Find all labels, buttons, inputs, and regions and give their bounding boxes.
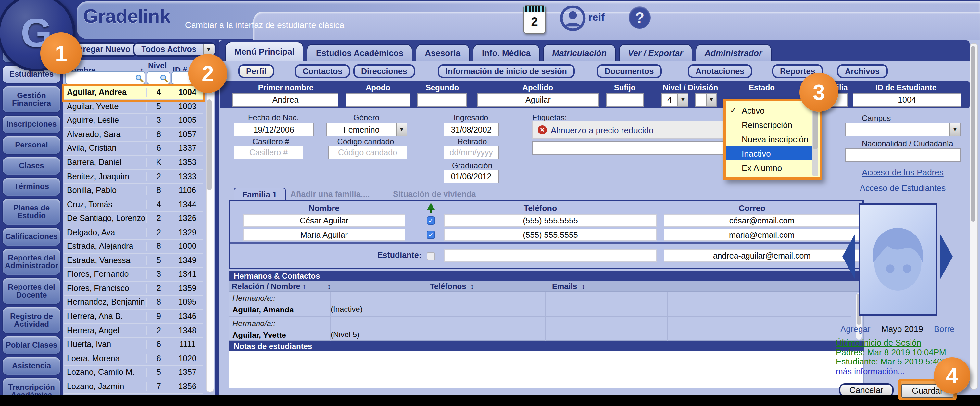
- sidebar-item-gestio-n-financiera[interactable]: Gestión Financiera: [2, 86, 61, 113]
- table-row[interactable]: Flores, Fernando31341: [64, 267, 203, 282]
- tab-administrador[interactable]: Administrador: [695, 44, 771, 61]
- family-email-field[interactable]: [664, 229, 860, 241]
- table-row[interactable]: Aguilar, Yvette51003: [64, 100, 203, 114]
- family-email-checkbox[interactable]: ✓: [427, 231, 435, 239]
- sidebar-item-planes-de-estudio[interactable]: Planes de Estudio: [2, 198, 61, 225]
- search-input-level[interactable]: [147, 72, 170, 84]
- family-email-checkbox[interactable]: ✓: [427, 216, 435, 225]
- table-row[interactable]: Barrera, DanielK1353: [64, 156, 203, 170]
- search-input-name[interactable]: [65, 72, 145, 84]
- family-email-field[interactable]: [664, 214, 860, 227]
- student-email-checkbox[interactable]: [427, 252, 435, 261]
- siblings-column-relation[interactable]: Relación / Nombre ↑: [229, 282, 306, 291]
- sidebar-item-asistencia[interactable]: Asistencia: [2, 357, 61, 376]
- photo-prev-icon[interactable]: [842, 233, 855, 280]
- gender-select[interactable]: Femenino▼: [326, 123, 407, 137]
- sidebar-item-reportes-del-administrador[interactable]: Reportes del Administrador: [2, 248, 61, 275]
- table-row[interactable]: Bonilla, Pablo81106: [64, 184, 203, 198]
- family-name-field[interactable]: [243, 229, 405, 241]
- table-row[interactable]: Lozano, Camilo M.51357: [64, 366, 203, 380]
- user-icon[interactable]: [560, 5, 586, 31]
- subnav-direcciones[interactable]: Direcciones: [353, 64, 415, 78]
- division-select[interactable]: ▼: [695, 93, 717, 107]
- table-row[interactable]: Herrera, Ana B.91346: [64, 310, 203, 324]
- table-row[interactable]: Herrera, Angel21348: [64, 324, 203, 338]
- student-phone-field[interactable]: [444, 250, 657, 262]
- table-row[interactable]: Aguirre, Leslie31005: [64, 114, 203, 127]
- entered-field[interactable]: [444, 123, 499, 137]
- table-row[interactable]: Benitez, Joaquim21333: [64, 170, 203, 184]
- sidebar-item-clases[interactable]: Clases: [2, 156, 61, 175]
- student-email-field[interactable]: [664, 250, 860, 262]
- subnav-documentos[interactable]: Documentos: [597, 64, 662, 78]
- tab-estudios-acade-micos[interactable]: Estudios Académicos: [307, 44, 412, 61]
- sibling-row[interactable]: Hermano/a::Aguilar, Amanda(Inactive): [229, 292, 851, 317]
- tab-menu-principal[interactable]: Menú Principal: [225, 41, 304, 61]
- family-phone-field[interactable]: [444, 214, 657, 227]
- withdrawn-field[interactable]: [444, 145, 499, 159]
- sidebar-item-reportes-del-docente[interactable]: Reportes del Docente: [2, 277, 61, 305]
- notes-textarea[interactable]: [229, 351, 864, 388]
- subnav-anotaciones[interactable]: Anotaciones: [688, 64, 752, 78]
- tab-ver-exportar[interactable]: Ver / Exportar: [619, 44, 692, 61]
- campus-select[interactable]: ▼: [845, 123, 961, 137]
- table-row[interactable]: Cruz, Tomás41344: [64, 198, 203, 212]
- calendar-icon[interactable]: 2: [523, 5, 546, 34]
- birth-field[interactable]: [234, 123, 314, 137]
- sidebar-item-registro-de-actividad[interactable]: Registro de Actividad: [2, 307, 61, 334]
- siblings-column-phones[interactable]: Teléfonos ↕: [430, 282, 474, 291]
- table-row[interactable]: De Santiago, Lorenzo21326: [64, 212, 203, 226]
- table-row[interactable]: Loera, Morena61020: [64, 352, 203, 366]
- list-scrollbar-thumb[interactable]: [207, 99, 212, 190]
- status-option-ex-alumno[interactable]: Ex Alumno: [726, 161, 812, 175]
- add-family-link[interactable]: Añadir una familia....: [290, 190, 370, 199]
- table-row[interactable]: Lozano, Jazmín71356: [64, 380, 203, 394]
- photo-add-link[interactable]: Agregar: [840, 324, 870, 334]
- tab-familia-1[interactable]: Familia 1: [234, 188, 285, 201]
- table-row[interactable]: Estrada, Vanessa51349: [64, 254, 203, 267]
- subnav-perfil[interactable]: Perfil: [239, 64, 274, 78]
- last-login-title[interactable]: Último inicio de Sesión: [836, 338, 921, 347]
- main-scrollbar-thumb[interactable]: [971, 46, 975, 221]
- sidebar-item-inscripciones[interactable]: Inscripciones: [2, 115, 61, 134]
- help-icon[interactable]: ?: [628, 6, 651, 29]
- level-select[interactable]: 4▼: [661, 93, 689, 107]
- tab-matriculacio-n[interactable]: Matriculación: [543, 44, 616, 61]
- student-id-field[interactable]: [853, 93, 961, 107]
- last-name-field[interactable]: [477, 93, 599, 107]
- list-scrollbar[interactable]: [206, 86, 214, 392]
- tab-info-me-dica[interactable]: Info. Médica: [473, 44, 540, 61]
- subnav-archivos[interactable]: Archivos: [837, 64, 888, 78]
- suffix-field[interactable]: [606, 93, 644, 107]
- table-row[interactable]: Delgado, Ava21329: [64, 226, 203, 240]
- table-row[interactable]: Flores, Francisco21359: [64, 282, 203, 296]
- parent-access-link[interactable]: Acceso de los Padres: [862, 167, 943, 177]
- subnav-contactos[interactable]: Contactos: [295, 64, 350, 78]
- table-row[interactable]: Hernandez, Benjamin81095: [64, 296, 203, 309]
- subnav-informacio-n-de-inicio-de-sesio-n[interactable]: Información de inicio de sesión: [438, 64, 575, 78]
- first-name-field[interactable]: [232, 93, 338, 107]
- status-option-nueva-inscripcio-n[interactable]: Nueva inscripción: [726, 132, 812, 146]
- table-row[interactable]: Huerta, Ivan61111: [64, 338, 203, 352]
- sidebar-item-te-rminos[interactable]: Términos: [2, 177, 61, 196]
- table-row[interactable]: Avila, Cristian61337: [64, 142, 203, 156]
- sidebar-item-personal[interactable]: Personal: [2, 136, 61, 154]
- more-info-link[interactable]: más información...: [836, 366, 905, 376]
- table-row[interactable]: Aguilar, Andrea41004: [64, 86, 203, 100]
- middle-name-field[interactable]: [417, 93, 467, 107]
- family-name-field[interactable]: [243, 214, 405, 227]
- status-option-reinscripcio-n[interactable]: Reinscripción: [726, 118, 812, 132]
- status-option-inactivo[interactable]: Inactivo: [726, 146, 812, 161]
- remove-tag-icon[interactable]: ✕: [538, 125, 547, 134]
- housing-link[interactable]: Situación de vivienda: [393, 190, 476, 199]
- classic-interface-link[interactable]: Cambiar a la interfaz de estudiante clás…: [185, 20, 344, 30]
- photo-next-icon[interactable]: [940, 233, 953, 280]
- family-phone-field[interactable]: [444, 229, 657, 241]
- sibling-row[interactable]: Hermano/a::Aguilar, Yvette(Nivel 5): [229, 317, 851, 342]
- tab-asesori-a[interactable]: Asesoría: [416, 44, 469, 61]
- siblings-column-emails[interactable]: Emails ↕: [552, 282, 585, 291]
- sort-icon[interactable]: ↕: [327, 282, 331, 291]
- sidebar-item-calificaciones[interactable]: Calificaciones: [2, 228, 61, 246]
- sidebar-item-poblar-clases[interactable]: Poblar Clases: [2, 336, 61, 355]
- nationality-field[interactable]: [845, 148, 961, 162]
